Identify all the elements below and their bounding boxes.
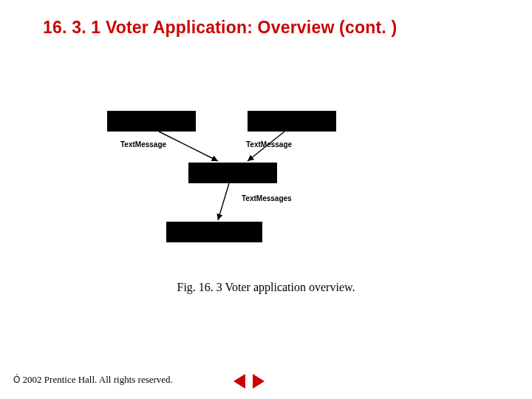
copyright-text: 2002 Prentice Hall. All rights reserved.	[20, 374, 173, 385]
label-textmessage-1: TextMessage	[120, 140, 166, 149]
next-slide-button[interactable]	[253, 374, 265, 389]
diagram-box-bottom	[166, 222, 262, 242]
label-textmessages: TextMessages	[242, 194, 292, 202]
prev-slide-button[interactable]	[233, 374, 245, 389]
diagram-box-top-right	[248, 111, 336, 132]
diagram: TextMessage TextMessage TextMessages	[107, 111, 336, 248]
label-textmessage-2: TextMessage	[246, 140, 292, 149]
svg-line-2	[218, 183, 229, 220]
figure-caption: Fig. 16. 3 Voter application overview.	[0, 281, 532, 294]
diagram-box-top-left	[107, 111, 196, 132]
copyright-symbol: Ó	[13, 375, 20, 385]
page-title: 16. 3. 1 Voter Application: Overview (co…	[43, 18, 397, 38]
nav-buttons	[233, 374, 265, 389]
footer-copyright: Ó 2002 Prentice Hall. All rights reserve…	[13, 374, 173, 386]
diagram-box-middle	[188, 163, 277, 183]
svg-line-0	[159, 132, 218, 161]
